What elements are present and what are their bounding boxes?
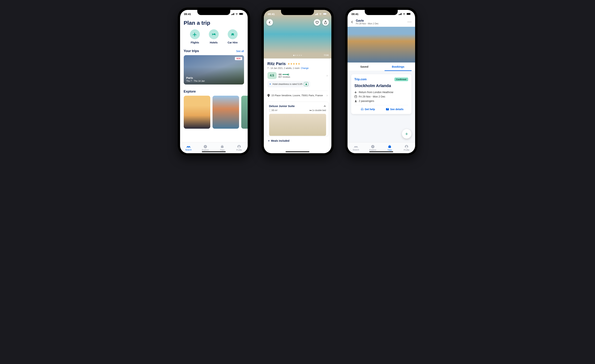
svg-rect-1 <box>232 14 233 15</box>
svg-rect-14 <box>317 13 317 15</box>
thumbs-up-button[interactable] <box>304 82 308 86</box>
screen-3: 09:41 Gavle Fri 29 Nov - Mon 2 Dec ••• S… <box>347 10 415 153</box>
category-label: Hotels <box>210 41 218 44</box>
category-flights[interactable]: Flights <box>190 29 200 44</box>
hero-toolbar <box>266 19 329 26</box>
compass-icon <box>371 145 375 149</box>
status-indicators <box>315 13 327 15</box>
back-button[interactable] <box>351 21 353 23</box>
user-icon <box>405 145 408 149</box>
section-title: Explore <box>184 90 196 93</box>
status-time: 09:41 <box>184 13 191 15</box>
room-size: ⛶ 65 m² <box>269 109 277 112</box>
change-link[interactable]: Change <box>301 67 309 70</box>
explore-card[interactable] <box>212 96 239 129</box>
svg-rect-32 <box>386 108 389 110</box>
see-all-link[interactable]: See all <box>236 50 244 53</box>
explore-card[interactable] <box>241 96 248 129</box>
segment-saved[interactable]: Saved <box>347 63 381 71</box>
svg-rect-25 <box>400 13 401 15</box>
svg-rect-12 <box>315 14 315 15</box>
trip-info: Paris Thu 7 - Thu 14 Jan <box>186 76 205 82</box>
room-card: Deluxe Junior Suite ⛶ 65 m² 🛏 1x double … <box>266 102 329 136</box>
category-label: Flights <box>191 41 199 44</box>
chevron-right-icon: › <box>327 74 328 78</box>
more-button[interactable]: ••• <box>408 20 412 24</box>
see-details-button[interactable]: See details <box>381 108 408 111</box>
tab-search[interactable]: Search <box>347 143 364 153</box>
room-bed: 🛏 1x double bed <box>309 109 326 112</box>
address-text: 15 Place Vendôme, Louvre, 75001 Paris, F… <box>271 94 325 97</box>
battery-icon <box>239 13 244 15</box>
booking-title: Stockholm Arlanda <box>354 83 408 88</box>
search-tab-icon <box>354 145 358 148</box>
booking-card[interactable]: Trip.com Confirmed Stockholm Arlanda Ret… <box>351 74 411 114</box>
category-hotels[interactable]: Hotels <box>209 29 219 44</box>
trip-city: Paris <box>186 76 205 79</box>
share-button[interactable] <box>322 19 329 26</box>
address-row[interactable]: 15 Place Vendôme, Louvre, 75001 Paris, F… <box>268 91 328 100</box>
tab-label: Explore <box>369 149 376 151</box>
screen-2: 09:41 <box>264 10 331 153</box>
home-indicator[interactable] <box>286 151 309 152</box>
room-image[interactable] <box>269 114 326 136</box>
tab-label: Explore <box>202 149 209 151</box>
signal-icon <box>399 13 402 15</box>
status-indicators <box>399 13 411 15</box>
category-label: Car Hire <box>228 41 238 44</box>
svg-point-31 <box>355 100 356 101</box>
svg-rect-3 <box>234 13 234 15</box>
svg-point-11 <box>239 146 240 147</box>
tripadvisor-icon: ●●●●◐ <box>278 73 325 76</box>
home-indicator[interactable] <box>369 151 393 152</box>
booking-return-line: Return from London Heathrow <box>354 91 408 94</box>
svg-rect-26 <box>401 13 402 15</box>
explore-row[interactable] <box>180 96 248 129</box>
explore-card[interactable] <box>184 96 210 129</box>
svg-rect-18 <box>327 14 327 14</box>
cleanliness-text: Hotel cleanliness is rated 5.0/5 <box>273 83 302 86</box>
photo-counter: 7/196 <box>324 54 329 56</box>
status-time: 09:41 <box>268 13 275 15</box>
svg-rect-5 <box>240 13 243 15</box>
ticket-icon <box>386 108 389 111</box>
bed-icon <box>209 29 219 39</box>
score-badge: 4.5 <box>268 72 277 79</box>
trip-card-paris[interactable]: NEW Paris Thu 7 - Thu 14 Jan <box>184 55 244 85</box>
trip-header: Gavle Fri 29 Nov - Mon 2 Dec ••• <box>347 18 415 27</box>
hotel-detail-content: 7/196 Ritz Paris ★★★★★ 7 - 14 Jan 2021, … <box>264 10 331 153</box>
user-icon <box>354 100 357 102</box>
add-fab[interactable]: + <box>402 129 411 139</box>
segment-bookings[interactable]: Bookings <box>381 63 415 71</box>
hotel-subtitle: 7 - 14 Jan 2021, 2 adults, 1 room Change <box>268 67 328 70</box>
booking-dates-line: Fri 29 Nov - Mon 2 Dec <box>354 95 408 98</box>
chevron-right-icon: › <box>327 93 328 97</box>
notch <box>365 10 398 15</box>
get-help-button[interactable]: Get help <box>354 108 381 111</box>
svg-rect-23 <box>399 14 399 15</box>
hotel-body: Ritz Paris ★★★★★ 7 - 14 Jan 2021, 2 adul… <box>264 58 331 100</box>
destination-image <box>347 27 415 63</box>
svg-rect-13 <box>316 14 316 15</box>
favorite-button[interactable] <box>314 19 320 26</box>
phone-frame-2: 09:41 <box>261 7 334 156</box>
svg-rect-15 <box>317 13 318 15</box>
back-button[interactable] <box>266 19 273 26</box>
room-header[interactable]: Deluxe Junior Suite <box>269 105 326 107</box>
tab-label: Profile <box>236 149 242 151</box>
meals-row[interactable]: + Meals included <box>264 136 331 145</box>
category-carhire[interactable]: Car Hire <box>228 29 238 44</box>
rating-row[interactable]: 4.5 ●●●●◐ 807 reviews › <box>268 72 328 79</box>
tab-label: Trips <box>387 149 392 151</box>
tab-search[interactable]: Search <box>180 143 197 153</box>
home-indicator[interactable] <box>202 151 226 152</box>
new-badge: NEW <box>235 57 242 60</box>
suitcase-icon <box>220 145 224 149</box>
room-name: Deluxe Junior Suite <box>269 105 295 107</box>
chevron-up-icon <box>324 105 326 107</box>
tab-profile[interactable]: Profile <box>398 143 415 153</box>
headset-icon <box>361 108 364 111</box>
svg-rect-17 <box>323 13 326 15</box>
user-icon <box>237 145 241 149</box>
tab-profile[interactable]: Profile <box>231 143 248 153</box>
